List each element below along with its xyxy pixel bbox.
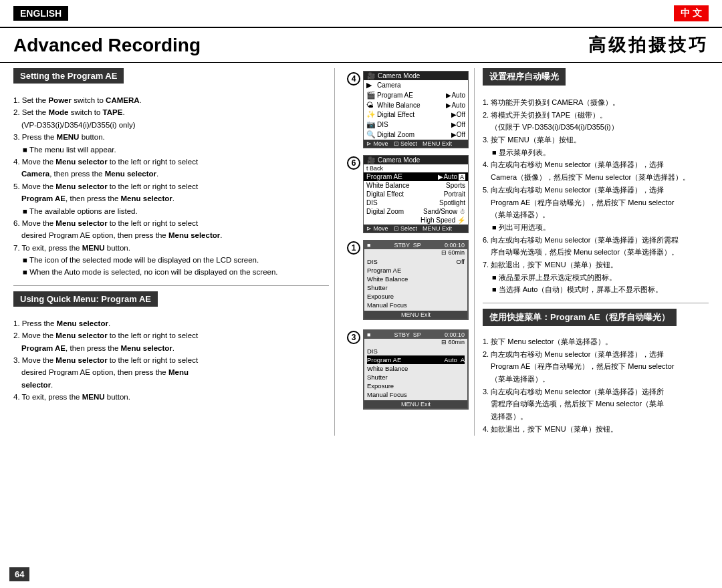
diagram-6: 6 🎥 Camera Mode t Back Program AE▶AutoA … [347,155,469,233]
english-badge: ENGLISH [13,6,68,21]
page-number: 64 [9,567,29,581]
left-column: Setting the Program AE 1. Set the Power … [13,68,334,436]
section1-header-cn: 设置程序自动曝光 [483,68,566,86]
page-header: ENGLISH 中 文 [0,0,722,28]
cn-steps-1: 1. 将功能开关切换到 CAMERA（摄像）。 2. 将模式开关切换到 TAPE… [483,96,709,296]
menu-box-4: 🎥 Camera Mode ▶Camera 🎬Program AE▶Auto 🌤… [363,71,469,148]
section1-steps: 1. Set the Power switch to CAMERA. 2. Se… [13,94,329,279]
diagram-lcd-3: 3 ■ STBY SP 0:00:10 ⊟ 60min DIS Program … [347,329,469,412]
circle-1: 1 [347,241,360,255]
circle-3: 3 [347,331,360,344]
diagram-4: 4 🎥 Camera Mode ▶Camera 🎬Program AE▶Auto… [347,71,469,148]
diagrams-column: 4 🎥 Camera Mode ▶Camera 🎬Program AE▶Auto… [334,68,475,436]
cn-steps-2: 1. 按下 Menu selector（菜单选择器）。 2. 向左或向右移动 M… [483,335,709,436]
title-divider [0,62,722,63]
section2-header-en: Using Quick Menu: Program AE [13,291,158,307]
section1-header-en: Setting the Program AE [13,68,124,84]
diagram-lcd-1: 1 ■ STBY SP 0:00:10 ⊟ 60min DISOff Progr… [347,240,469,323]
cn-mid-divider [483,303,709,303]
section2-steps: 1. Press the Menu selector. 2. Move the … [13,317,329,404]
right-column: 设置程序自动曝光 1. 将功能开关切换到 CAMERA（摄像）。 2. 将模式开… [475,68,709,436]
section2-header-cn: 使用快捷菜单：Program AE（程序自动曝光） [483,309,677,326]
menu-box-6: 🎥 Camera Mode t Back Program AE▶AutoA Wh… [363,155,469,233]
chinese-badge: 中 文 [674,5,709,21]
circle-4: 4 [347,72,360,86]
main-title-cn: 高级拍摄技巧 [588,33,709,57]
mid-divider [13,285,329,286]
title-row: Advanced Recording 高级拍摄技巧 [0,31,722,62]
cam-icon2: 🎥 [367,156,375,164]
main-title-en: Advanced Recording [13,35,201,56]
circle-6: 6 [347,156,360,170]
lcd-screen-1: ■ STBY SP 0:00:10 ⊟ 60min DISOff Program… [363,240,469,320]
cam-icon: 🎥 [367,72,375,80]
lcd-screen-3: ■ STBY SP 0:00:10 ⊟ 60min DIS Program AE… [363,329,469,410]
